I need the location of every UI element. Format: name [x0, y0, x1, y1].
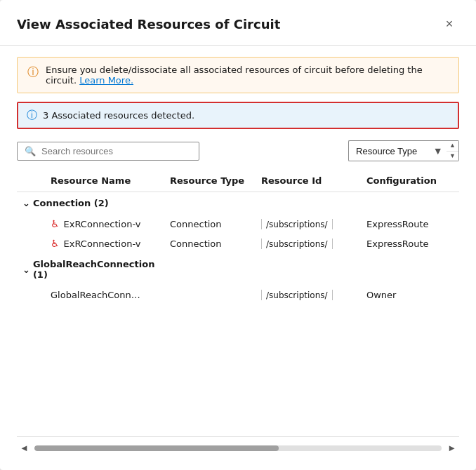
dialog-body: ⓘ Ensure you delete/dissociate all assoc… — [0, 46, 476, 470]
info-text: 3 Associated resources detected. — [43, 110, 194, 121]
scroll-right-button[interactable]: ► — [444, 441, 459, 455]
resource-config-cell: Owner — [361, 290, 452, 300]
group-chevron-icon: ⌄ — [22, 198, 30, 208]
toolbar: 🔍 Resource Type Resource Name Resource I… — [17, 140, 459, 161]
close-button[interactable]: × — [439, 14, 459, 34]
resource-name-text: ExRConnection-v — [64, 239, 141, 249]
resource-id-cell: /subscriptions/ — [256, 219, 361, 229]
sort-control: Resource Type Resource Name Resource Id … — [348, 140, 459, 161]
sort-arrows: ▲ ▼ — [447, 140, 459, 161]
resource-name-text: GlobalReachConnect — [51, 290, 142, 300]
learn-more-link[interactable]: Learn More. — [79, 75, 133, 86]
warning-banner: ⓘ Ensure you delete/dissociate all assoc… — [17, 57, 459, 93]
table-header: Resource Name Resource Type Resource Id … — [17, 170, 459, 192]
subscriptions-pill: /subscriptions/ — [261, 290, 333, 300]
col-resource-id: Resource Id — [256, 175, 361, 186]
group-label-globalreach: ⌄ GlobalReachConnection (1) — [17, 259, 164, 280]
search-input[interactable] — [41, 146, 192, 156]
table-container: Resource Name Resource Type Resource Id … — [17, 170, 459, 425]
resource-type-cell: Connection — [164, 239, 256, 249]
resource-config-cell: ExpressRoute — [361, 239, 452, 249]
horizontal-scrollbar: ◄ ► — [17, 436, 459, 459]
search-icon: 🔍 — [25, 146, 36, 156]
col-configuration: Configuration — [361, 175, 452, 186]
resource-id-cell: /subscriptions/ — [256, 239, 361, 249]
resource-status-icon: ♿ — [51, 218, 60, 229]
col-expand — [17, 175, 45, 186]
search-box: 🔍 — [17, 142, 199, 161]
resource-name-cell: GlobalReachConnect — [45, 290, 164, 300]
resource-type-cell: Connection — [164, 219, 256, 229]
sort-select[interactable]: Resource Type Resource Name Resource Id … — [348, 140, 447, 161]
warning-icon: ⓘ — [27, 65, 39, 80]
dialog-title: View Associated Resources of Circuit — [17, 17, 280, 32]
resource-name-cell: ♿ ExRConnection-v — [45, 218, 164, 229]
dialog-header: View Associated Resources of Circuit × — [0, 0, 476, 46]
col-resource-type: Resource Type — [164, 175, 256, 186]
resource-name-cell: ♿ ExRConnection-v — [45, 238, 164, 249]
warning-text: Ensure you delete/dissociate all associa… — [46, 65, 449, 86]
resource-status-icon: ♿ — [51, 238, 60, 249]
table-row: GlobalReachConnect /subscriptions/ Owner — [17, 286, 459, 304]
subscriptions-pill: /subscriptions/ — [261, 219, 333, 229]
scroll-left-button[interactable]: ◄ — [17, 441, 32, 455]
table-body: ⌄ Connection (2) ♿ ExRConnection-v Conne… — [17, 192, 459, 425]
group-chevron-icon: ⌄ — [22, 264, 30, 275]
scrollbar-thumb — [34, 445, 279, 451]
group-label-connection: ⌄ Connection (2) — [17, 198, 164, 208]
info-icon: ⓘ — [27, 109, 37, 122]
sort-up-button[interactable]: ▲ — [447, 141, 458, 152]
sort-down-button[interactable]: ▼ — [447, 152, 458, 161]
table-row: ♿ ExRConnection-v Connection /subscripti… — [17, 234, 459, 253]
group-row[interactable]: ⌄ Connection (2) — [17, 192, 459, 214]
scrollbar-track[interactable] — [34, 445, 442, 451]
col-resource-name: Resource Name — [45, 175, 164, 186]
resource-config-cell: ExpressRoute — [361, 219, 452, 229]
sort-select-wrapper: Resource Type Resource Name Resource Id … — [348, 140, 447, 161]
resource-name-text: ExRConnection-v — [64, 219, 141, 229]
info-bar: ⓘ 3 Associated resources detected. — [17, 102, 459, 129]
resource-id-cell: /subscriptions/ — [256, 290, 361, 300]
subscriptions-pill: /subscriptions/ — [261, 239, 333, 249]
group-row[interactable]: ⌄ GlobalReachConnection (1) — [17, 253, 459, 286]
table-row: ♿ ExRConnection-v Connection /subscripti… — [17, 214, 459, 234]
dialog: View Associated Resources of Circuit × ⓘ… — [0, 0, 476, 470]
